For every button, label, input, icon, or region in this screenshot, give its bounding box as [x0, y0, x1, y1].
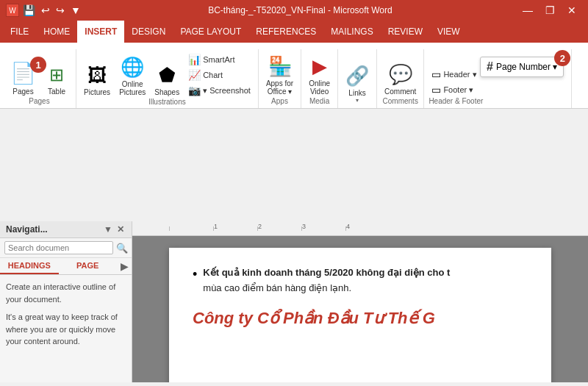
nav-pane-controls: ▼ ✕ — [102, 224, 126, 235]
document-content: • Kết quả kinh doanh tháng 5/2020 không … — [193, 265, 528, 331]
online-video-label: OnlineVideo — [309, 79, 330, 96]
links-icon: 🔗 — [345, 65, 369, 87]
menu-view[interactable]: VIEW — [430, 21, 467, 43]
table-icon: ⊞ — [49, 65, 64, 86]
illustrations-group-items: 🖼 Pictures 🌐 OnlinePictures ⬟ Shapes 📊 S… — [81, 49, 254, 98]
document-area: 1 2 3 4 • Kết quả kinh doanh tháng 5/202… — [132, 221, 588, 382]
nav-tab-page[interactable]: PAGE — [59, 258, 118, 274]
shapes-button[interactable]: ⬟ Shapes — [151, 62, 182, 98]
ruler-mark-3: 3 — [301, 226, 345, 231]
smartart-button[interactable]: 📊 SmartArt — [185, 52, 254, 67]
pictures-icon: 🖼 — [87, 64, 107, 87]
ribbon-group-links: 🔗 Links ▾ — [338, 49, 377, 108]
header-label: Header ▾ — [443, 70, 476, 79]
chart-button[interactable]: 📈 Chart — [185, 68, 254, 82]
redo-btn[interactable]: ↪ — [54, 4, 67, 17]
nav-tab-arrow[interactable]: ▶ — [117, 258, 132, 274]
pages-label: Pages — [12, 87, 33, 96]
menu-design[interactable]: DESIGN — [124, 21, 173, 43]
menu-review[interactable]: REVIEW — [381, 21, 430, 43]
comments-group-label: Comments — [381, 97, 419, 107]
page-number-hash-icon: # — [487, 60, 493, 74]
window-title: BC-tháng-_-T52020_VN-Final - Microsoft W… — [83, 5, 517, 15]
menu-page-layout[interactable]: PAGE LAYOUT — [173, 21, 248, 43]
menu-mailings[interactable]: MAILINGS — [323, 21, 380, 43]
comment-icon: 💬 — [389, 63, 412, 86]
footer-button[interactable]: ▭ Footer ▾ — [429, 82, 479, 97]
ribbon: 📄 Pages 1 ⊞ Table Pages 🖼 Pictures 🌐 Onl… — [0, 43, 588, 109]
table-button[interactable]: ⊞ Table — [42, 63, 71, 97]
comments-group-items: 💬 Comment — [381, 49, 419, 97]
maximize-btn[interactable]: ❐ — [539, 0, 560, 21]
pictures-button[interactable]: 🖼 Pictures — [81, 62, 113, 98]
menu-file[interactable]: FILE — [3, 21, 36, 43]
ribbon-group-comments: 💬 Comment Comments — [377, 49, 424, 108]
chart-icon: 📈 — [188, 69, 201, 81]
header-footer-group-items: ▭ Header ▾ ▭ Footer ▾ # Page Number ▾ 2 — [429, 49, 479, 97]
shapes-label: Shapes — [154, 88, 179, 96]
menu-home[interactable]: HOME — [36, 21, 77, 43]
nav-options-btn[interactable]: ▼ — [102, 224, 114, 235]
nav-close-btn[interactable]: ✕ — [115, 224, 126, 235]
header-footer-items: ▭ Header ▾ ▭ Footer ▾ — [429, 67, 479, 97]
shapes-icon: ⬟ — [159, 64, 176, 87]
page-number-button[interactable]: # Page Number ▾ 2 — [480, 57, 564, 77]
title-bar: W 💾 ↩ ↪ ▼ BC-tháng-_-T52020_VN-Final - M… — [0, 0, 588, 21]
menu-bar: FILE HOME INSERT DESIGN PAGE LAYOUT REFE… — [0, 21, 588, 43]
nav-content-line1: Create an interactive outline of your do… — [6, 281, 126, 305]
nav-search-area: 🔍 ▼ — [0, 238, 132, 258]
menu-insert[interactable]: INSERT — [77, 21, 124, 43]
chart-label: Chart — [203, 71, 223, 79]
pages-button[interactable]: 📄 Pages 1 — [7, 60, 39, 97]
screenshot-icon: 📷 — [188, 85, 201, 96]
undo-btn[interactable]: ↩ — [39, 4, 52, 17]
minimize-btn[interactable]: — — [517, 0, 538, 21]
menu-references[interactable]: REFERENCES — [248, 21, 323, 43]
apps-group-label: Apps — [263, 97, 296, 107]
footer-icon: ▭ — [431, 84, 441, 96]
online-video-button[interactable]: ▶ OnlineVideo — [306, 54, 333, 97]
video-icon: ▶ — [312, 55, 327, 78]
header-icon: ▭ — [431, 68, 441, 80]
online-pictures-icon: 🌐 — [121, 56, 144, 79]
ruler-mark-1: 1 — [213, 226, 257, 231]
ruler-marks: 1 2 3 4 — [169, 221, 390, 235]
media-group-items: ▶ OnlineVideo — [306, 49, 333, 97]
media-group-label: Media — [306, 97, 333, 107]
bullet-text-1: Kết quả kinh doanh tháng 5/2020 không đạ… — [203, 265, 450, 296]
apps-office-label: Apps forOffice ▾ — [266, 79, 293, 96]
ribbon-group-apps: 🏪 Apps forOffice ▾ Apps — [259, 49, 301, 108]
nav-content-line2: It's a great way to keep track of where … — [6, 311, 126, 348]
footer-label: Footer ▾ — [443, 85, 473, 95]
links-group-items: 🔗 Links ▾ — [343, 49, 372, 105]
screenshot-label: ▾ Screenshot — [203, 86, 251, 96]
apps-group-items: 🏪 Apps forOffice ▾ — [263, 49, 296, 97]
screenshot-button[interactable]: 📷 ▾ Screenshot — [185, 83, 254, 98]
comment-button[interactable]: 💬 Comment — [381, 62, 419, 97]
navigation-pane: Navigati... ▼ ✕ 🔍 ▼ HEADINGS PAGE ▶ Crea… — [0, 221, 132, 382]
illustrations-group-label: Illustrations — [81, 98, 254, 107]
nav-content: Create an interactive outline of your do… — [0, 275, 132, 354]
links-button[interactable]: 🔗 Links ▾ — [343, 63, 372, 105]
header-footer-group-label: Header & Footer — [429, 97, 483, 107]
nav-search-input[interactable] — [4, 241, 113, 254]
nav-search-icon[interactable]: 🔍 — [116, 243, 128, 254]
ribbon-group-media: ▶ OnlineVideo Media — [301, 49, 338, 108]
links-label: Links — [348, 89, 365, 97]
nav-tab-headings[interactable]: HEADINGS — [0, 258, 59, 274]
comment-label: Comment — [384, 87, 416, 96]
quick-access-dropdown[interactable]: ▼ — [68, 4, 83, 17]
word-icon: W — [6, 4, 19, 17]
close-btn[interactable]: ✕ — [562, 0, 582, 21]
nav-tabs: HEADINGS PAGE ▶ — [0, 258, 132, 275]
smartart-icon: 📊 — [188, 54, 201, 65]
window-controls: — ❐ ✕ — [517, 0, 582, 21]
apps-office-button[interactable]: 🏪 Apps forOffice ▾ — [263, 54, 296, 97]
save-btn[interactable]: 💾 — [21, 4, 37, 17]
nav-pane-title-bar: Navigati... ▼ ✕ — [0, 221, 132, 238]
header-button[interactable]: ▭ Header ▾ — [429, 67, 479, 82]
ribbon-group-illustrations: 🖼 Pictures 🌐 OnlinePictures ⬟ Shapes 📊 S… — [76, 49, 259, 108]
online-pictures-button[interactable]: 🌐 OnlinePictures — [116, 54, 148, 98]
document-title: Công ty Cổ Phần Đầu Tư Thế G — [193, 305, 528, 331]
main-area: Navigati... ▼ ✕ 🔍 ▼ HEADINGS PAGE ▶ Crea… — [0, 109, 588, 382]
